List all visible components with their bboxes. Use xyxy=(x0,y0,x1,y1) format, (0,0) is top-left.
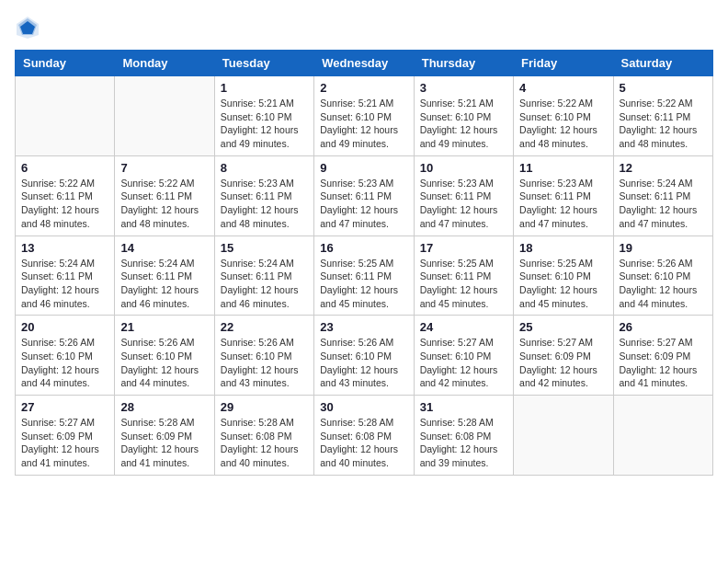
day-number: 31 xyxy=(420,400,507,414)
calendar-cell: 23Sunrise: 5:26 AMSunset: 6:10 PMDayligh… xyxy=(314,316,414,396)
calendar-cell: 15Sunrise: 5:24 AMSunset: 6:11 PMDayligh… xyxy=(214,236,313,316)
calendar-cell: 3Sunrise: 5:21 AMSunset: 6:10 PMDaylight… xyxy=(414,76,513,156)
calendar-cell: 31Sunrise: 5:28 AMSunset: 6:08 PMDayligh… xyxy=(414,396,513,476)
calendar-cell xyxy=(115,76,214,156)
calendar-cell: 22Sunrise: 5:26 AMSunset: 6:10 PMDayligh… xyxy=(214,316,313,396)
day-header-sunday: Sunday xyxy=(16,51,115,76)
day-info: Sunrise: 5:27 AMSunset: 6:09 PMDaylight:… xyxy=(21,416,108,470)
day-number: 20 xyxy=(21,320,108,334)
day-info: Sunrise: 5:24 AMSunset: 6:11 PMDaylight:… xyxy=(221,257,308,311)
day-number: 25 xyxy=(519,320,607,334)
day-info: Sunrise: 5:26 AMSunset: 6:10 PMDaylight:… xyxy=(21,336,108,390)
day-header-monday: Monday xyxy=(115,51,214,76)
day-number: 13 xyxy=(21,241,108,255)
day-info: Sunrise: 5:22 AMSunset: 6:11 PMDaylight:… xyxy=(620,97,707,151)
day-number: 16 xyxy=(320,241,407,255)
day-number: 2 xyxy=(320,81,407,95)
calendar-cell: 6Sunrise: 5:22 AMSunset: 6:11 PMDaylight… xyxy=(16,155,115,236)
day-info: Sunrise: 5:23 AMSunset: 6:11 PMDaylight:… xyxy=(519,177,607,231)
calendar-cell: 18Sunrise: 5:25 AMSunset: 6:10 PMDayligh… xyxy=(514,236,613,316)
week-row-4: 20Sunrise: 5:26 AMSunset: 6:10 PMDayligh… xyxy=(16,316,713,396)
calendar-cell: 9Sunrise: 5:23 AMSunset: 6:11 PMDaylight… xyxy=(314,155,414,236)
week-row-3: 13Sunrise: 5:24 AMSunset: 6:11 PMDayligh… xyxy=(16,236,713,316)
day-number: 18 xyxy=(519,241,607,255)
day-number: 3 xyxy=(420,81,507,95)
calendar-cell: 30Sunrise: 5:28 AMSunset: 6:08 PMDayligh… xyxy=(314,396,414,476)
day-number: 26 xyxy=(620,320,707,334)
days-header-row: SundayMondayTuesdayWednesdayThursdayFrid… xyxy=(16,51,713,76)
day-number: 7 xyxy=(120,161,208,175)
day-number: 14 xyxy=(120,241,208,255)
calendar-cell xyxy=(613,396,712,476)
day-number: 6 xyxy=(21,161,108,175)
calendar-cell: 14Sunrise: 5:24 AMSunset: 6:11 PMDayligh… xyxy=(115,236,214,316)
day-number: 8 xyxy=(221,161,308,175)
day-info: Sunrise: 5:25 AMSunset: 6:11 PMDaylight:… xyxy=(420,257,507,311)
day-info: Sunrise: 5:21 AMSunset: 6:10 PMDaylight:… xyxy=(221,97,308,151)
calendar-cell: 2Sunrise: 5:21 AMSunset: 6:10 PMDaylight… xyxy=(314,76,414,156)
calendar-cell xyxy=(16,76,115,156)
calendar-cell: 10Sunrise: 5:23 AMSunset: 6:11 PMDayligh… xyxy=(414,155,513,236)
day-number: 12 xyxy=(620,161,707,175)
calendar-cell: 25Sunrise: 5:27 AMSunset: 6:09 PMDayligh… xyxy=(514,316,613,396)
day-info: Sunrise: 5:27 AMSunset: 6:10 PMDaylight:… xyxy=(420,336,507,390)
calendar-cell: 13Sunrise: 5:24 AMSunset: 6:11 PMDayligh… xyxy=(16,236,115,316)
page-header xyxy=(15,15,713,40)
day-info: Sunrise: 5:28 AMSunset: 6:08 PMDaylight:… xyxy=(221,416,308,470)
calendar-cell: 19Sunrise: 5:26 AMSunset: 6:10 PMDayligh… xyxy=(613,236,712,316)
day-info: Sunrise: 5:25 AMSunset: 6:11 PMDaylight:… xyxy=(320,257,407,311)
day-header-wednesday: Wednesday xyxy=(314,51,414,76)
day-info: Sunrise: 5:22 AMSunset: 6:11 PMDaylight:… xyxy=(120,177,208,231)
day-number: 27 xyxy=(21,400,108,414)
day-info: Sunrise: 5:26 AMSunset: 6:10 PMDaylight:… xyxy=(320,336,407,390)
day-info: Sunrise: 5:22 AMSunset: 6:10 PMDaylight:… xyxy=(519,97,607,151)
calendar-cell: 29Sunrise: 5:28 AMSunset: 6:08 PMDayligh… xyxy=(214,396,313,476)
day-number: 11 xyxy=(519,161,607,175)
day-info: Sunrise: 5:27 AMSunset: 6:09 PMDaylight:… xyxy=(519,336,607,390)
week-row-2: 6Sunrise: 5:22 AMSunset: 6:11 PMDaylight… xyxy=(16,155,713,236)
day-number: 28 xyxy=(120,400,208,414)
calendar-cell: 7Sunrise: 5:22 AMSunset: 6:11 PMDaylight… xyxy=(115,155,214,236)
day-number: 4 xyxy=(519,81,607,95)
calendar-cell xyxy=(514,396,613,476)
day-info: Sunrise: 5:24 AMSunset: 6:11 PMDaylight:… xyxy=(620,177,707,231)
week-row-1: 1Sunrise: 5:21 AMSunset: 6:10 PMDaylight… xyxy=(16,76,713,156)
day-info: Sunrise: 5:25 AMSunset: 6:10 PMDaylight:… xyxy=(519,257,607,311)
day-info: Sunrise: 5:23 AMSunset: 6:11 PMDaylight:… xyxy=(420,177,507,231)
day-info: Sunrise: 5:26 AMSunset: 6:10 PMDaylight:… xyxy=(620,257,707,311)
calendar-cell: 11Sunrise: 5:23 AMSunset: 6:11 PMDayligh… xyxy=(514,155,613,236)
calendar-cell: 5Sunrise: 5:22 AMSunset: 6:11 PMDaylight… xyxy=(613,76,712,156)
day-number: 15 xyxy=(221,241,308,255)
day-info: Sunrise: 5:22 AMSunset: 6:11 PMDaylight:… xyxy=(21,177,108,231)
day-info: Sunrise: 5:21 AMSunset: 6:10 PMDaylight:… xyxy=(420,97,507,151)
day-number: 30 xyxy=(320,400,407,414)
calendar-cell: 26Sunrise: 5:27 AMSunset: 6:09 PMDayligh… xyxy=(613,316,712,396)
calendar-cell: 28Sunrise: 5:28 AMSunset: 6:09 PMDayligh… xyxy=(115,396,214,476)
day-info: Sunrise: 5:26 AMSunset: 6:10 PMDaylight:… xyxy=(120,336,208,390)
day-number: 23 xyxy=(320,320,407,334)
day-number: 1 xyxy=(221,81,308,95)
calendar-cell: 4Sunrise: 5:22 AMSunset: 6:10 PMDaylight… xyxy=(514,76,613,156)
calendar-cell: 24Sunrise: 5:27 AMSunset: 6:10 PMDayligh… xyxy=(414,316,513,396)
day-header-tuesday: Tuesday xyxy=(214,51,313,76)
calendar-cell: 16Sunrise: 5:25 AMSunset: 6:11 PMDayligh… xyxy=(314,236,414,316)
calendar-cell: 1Sunrise: 5:21 AMSunset: 6:10 PMDaylight… xyxy=(214,76,313,156)
calendar-cell: 8Sunrise: 5:23 AMSunset: 6:11 PMDaylight… xyxy=(214,155,313,236)
calendar-cell: 17Sunrise: 5:25 AMSunset: 6:11 PMDayligh… xyxy=(414,236,513,316)
day-number: 17 xyxy=(420,241,507,255)
day-number: 24 xyxy=(420,320,507,334)
day-info: Sunrise: 5:28 AMSunset: 6:09 PMDaylight:… xyxy=(120,416,208,470)
calendar-cell: 12Sunrise: 5:24 AMSunset: 6:11 PMDayligh… xyxy=(613,155,712,236)
day-info: Sunrise: 5:28 AMSunset: 6:08 PMDaylight:… xyxy=(320,416,407,470)
day-info: Sunrise: 5:24 AMSunset: 6:11 PMDaylight:… xyxy=(21,257,108,311)
day-info: Sunrise: 5:24 AMSunset: 6:11 PMDaylight:… xyxy=(120,257,208,311)
day-info: Sunrise: 5:26 AMSunset: 6:10 PMDaylight:… xyxy=(221,336,308,390)
day-info: Sunrise: 5:28 AMSunset: 6:08 PMDaylight:… xyxy=(420,416,507,470)
logo xyxy=(15,15,44,40)
calendar-table: SundayMondayTuesdayWednesdayThursdayFrid… xyxy=(15,50,713,476)
day-number: 5 xyxy=(620,81,707,95)
day-header-thursday: Thursday xyxy=(414,51,513,76)
day-number: 10 xyxy=(420,161,507,175)
logo-icon xyxy=(15,15,40,40)
calendar-cell: 20Sunrise: 5:26 AMSunset: 6:10 PMDayligh… xyxy=(16,316,115,396)
